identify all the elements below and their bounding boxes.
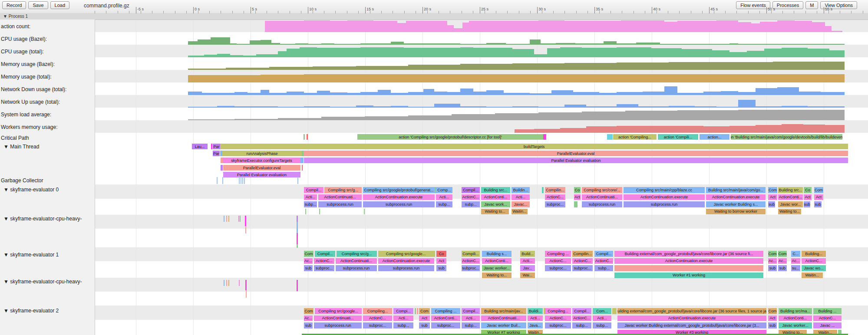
trace-event-block[interactable]: Acti... xyxy=(462,315,480,322)
trace-event-block[interactable]: sub xyxy=(304,322,313,328)
trace-event-block[interactable]: subp... xyxy=(462,201,480,207)
trace-event-block[interactable]: Waitin... xyxy=(512,209,528,215)
trace-event-block[interactable]: Com xyxy=(768,251,777,257)
trace-event-sliver[interactable] xyxy=(245,226,246,233)
trace-event-block[interactable]: ActionConti... xyxy=(482,258,512,264)
trace-event-block[interactable]: subp... xyxy=(393,322,413,328)
trace-event-block[interactable]: Compilin... xyxy=(545,187,565,193)
trace-event-block[interactable]: action 'Building src/main/java/com/googl… xyxy=(731,134,842,140)
trace-event-block[interactable]: Building external/com_google_protobuf/ja… xyxy=(617,308,766,314)
trace-event-block[interactable]: Acti... xyxy=(304,194,317,200)
trace-event-block[interactable]: ActionContinuati... xyxy=(481,315,526,322)
trace-event-block[interactable]: subproc... xyxy=(572,265,593,271)
trace-event-block[interactable]: ActionC... xyxy=(363,315,392,322)
thread-header-skyframe-evaluator-cpu-heavy[interactable]: ▼ skyframe-evaluator-cpu-heavy- xyxy=(3,216,82,222)
trace-event-block[interactable]: Building src/ma... xyxy=(779,308,812,314)
trace-event-block[interactable]: Waiting to... xyxy=(481,209,509,215)
trace-event-sliver[interactable] xyxy=(226,280,227,286)
trace-event-sliver[interactable] xyxy=(238,216,239,222)
trace-event-block[interactable]: Build... xyxy=(520,251,535,257)
trace-event-block[interactable]: ActionContinuation.execute xyxy=(624,194,705,200)
toolbar-button-load[interactable]: Load xyxy=(50,1,69,9)
trace-event-block[interactable]: ActionC... xyxy=(572,258,593,264)
trace-event-block[interactable] xyxy=(304,134,305,140)
trace-event-block[interactable]: Com xyxy=(768,187,777,193)
counter-track-2[interactable] xyxy=(95,32,868,45)
trace-event-block[interactable]: Javac ... xyxy=(813,322,842,328)
thread-header-main-thread[interactable]: ▼ Main Thread xyxy=(3,144,39,150)
trace-event-block[interactable]: Wai... xyxy=(520,273,535,279)
trace-event-block[interactable]: subprocess.run xyxy=(314,322,362,328)
trace-event-sliver[interactable] xyxy=(245,280,247,290)
trace-event-block[interactable] xyxy=(211,144,212,149)
trace-event-block[interactable]: subproc... xyxy=(314,265,334,271)
trace-event-sliver[interactable] xyxy=(228,280,229,286)
trace-event-block[interactable] xyxy=(319,209,320,215)
trace-event-block[interactable]: Ac... xyxy=(791,258,800,264)
trace-event-block[interactable]: subp... xyxy=(593,322,611,328)
trace-event-block[interactable]: Ac... xyxy=(778,258,787,264)
trace-event-block[interactable]: ActionC... xyxy=(813,315,842,322)
trace-event-block[interactable]: ActionC... xyxy=(462,258,480,264)
gc-event-tick[interactable] xyxy=(222,177,223,184)
trace-event-block[interactable] xyxy=(614,265,763,271)
trace-event-block[interactable]: Ac... xyxy=(304,258,313,264)
trace-event-block[interactable]: Building src/main/jav... xyxy=(481,308,526,314)
trace-event-block[interactable]: Building src... xyxy=(778,187,803,193)
thread-header-skyframe-evaluator-cpu-heavy[interactable]: ▼ skyframe-evaluator-cpu-heavy- xyxy=(3,279,82,285)
trace-event-block[interactable]: Javac... xyxy=(512,201,530,207)
trace-event-block[interactable]: Acti... xyxy=(520,258,535,264)
trace-event-block[interactable]: subprocess.run xyxy=(318,201,362,207)
trace-event-block[interactable]: sub xyxy=(419,322,430,328)
trace-event-block[interactable]: Compil... xyxy=(315,251,335,257)
trace-event-block[interactable]: subp... xyxy=(594,265,613,271)
trace-event-block[interactable]: ActionConti... xyxy=(481,194,510,200)
trace-event-block[interactable]: Compiling... xyxy=(363,308,392,314)
trace-event-block[interactable]: Compiling ... xyxy=(431,308,460,314)
trace-event-block[interactable]: Compil... xyxy=(304,187,323,193)
trace-event-block[interactable]: Com xyxy=(814,187,823,193)
trace-event-block[interactable]: ActionContinuation.execute xyxy=(706,194,766,200)
trace-event-block[interactable]: Javac worker Buil... xyxy=(481,322,526,328)
trace-event-sliver[interactable] xyxy=(297,222,298,233)
trace-event-block[interactable]: subprocess.run xyxy=(336,265,377,271)
trace-event-block[interactable]: su... xyxy=(791,265,800,271)
trace-event-block[interactable]: Waiting to borrow worker xyxy=(706,209,766,215)
trace-event-block[interactable]: Building src... xyxy=(481,187,510,193)
trace-event-block[interactable]: Buildin... xyxy=(512,187,530,193)
trace-event-block[interactable] xyxy=(221,165,223,171)
trace-event-block[interactable]: Compilin... xyxy=(572,251,593,257)
trace-event-block[interactable]: action... xyxy=(700,134,729,140)
trace-event-block[interactable]: ActionConti... xyxy=(778,194,803,200)
trace-event-block[interactable]: Compil... xyxy=(594,251,613,257)
trace-event-block[interactable]: Parallel Evaluator evaluation xyxy=(223,172,300,177)
trace-event-block[interactable]: Compiling src/google... xyxy=(378,251,433,257)
toolbar-button-save[interactable]: Save xyxy=(28,1,48,9)
process-header[interactable]: ▼ Process 1 xyxy=(0,13,868,20)
trace-event-sliver[interactable] xyxy=(246,290,247,298)
gc-event-tick[interactable] xyxy=(239,177,240,184)
trace-event-block[interactable]: Waiting to... xyxy=(482,273,512,279)
trace-event-block[interactable]: ActionConti... xyxy=(779,315,812,322)
trace-event-block[interactable]: Acti... xyxy=(593,315,611,322)
thread-header-skyframe-evaluator-1[interactable]: ▼ skyframe-evaluator 1 xyxy=(3,252,59,258)
trace-event-block[interactable]: ParallelEvaluator.eval xyxy=(223,165,300,171)
trace-event-block[interactable]: sub xyxy=(768,322,777,328)
trace-event-block[interactable]: ActionC... xyxy=(462,194,480,200)
trace-event-block[interactable] xyxy=(542,187,544,193)
gc-event-tick[interactable] xyxy=(241,177,241,184)
trace-event-block[interactable]: subproc... xyxy=(462,265,480,271)
trace-event-block[interactable]: Javac worker Building external/com_googl… xyxy=(617,322,766,328)
trace-event-block[interactable] xyxy=(415,308,416,314)
trace-event-block[interactable]: Javac worker... xyxy=(482,265,512,271)
trace-event-block[interactable]: Waitin... xyxy=(802,273,823,279)
counter-track-6[interactable] xyxy=(95,82,868,95)
trace-event-block[interactable] xyxy=(417,308,418,314)
trace-event-block[interactable]: ActionContinuati... xyxy=(314,315,362,322)
trace-event-block[interactable]: subp... xyxy=(572,322,591,328)
trace-event-block[interactable]: Compiling src/g... xyxy=(324,187,362,193)
trace-event-block[interactable]: sub xyxy=(768,265,777,271)
trace-event-block[interactable]: Compiling src/core/... xyxy=(582,187,622,193)
trace-event-block[interactable]: Building... xyxy=(802,251,826,257)
trace-event-block[interactable]: ActionC... xyxy=(802,258,826,264)
